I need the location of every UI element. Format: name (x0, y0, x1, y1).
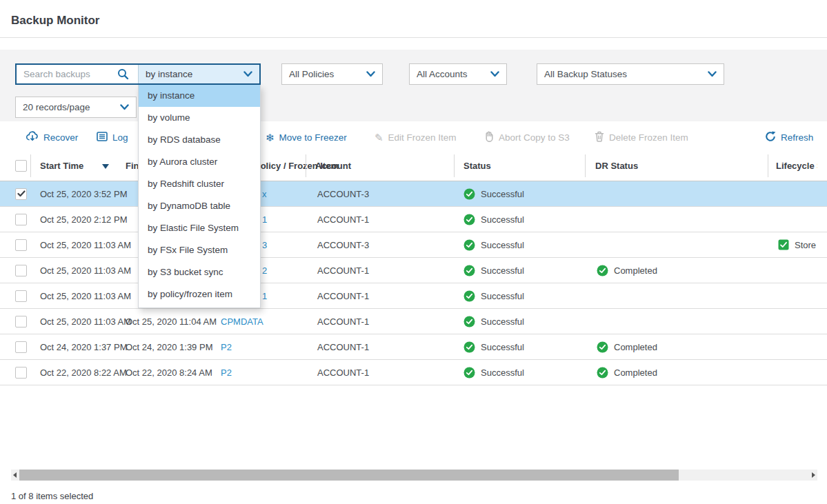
records-per-page-select[interactable]: 20 records/page (15, 97, 137, 118)
log-button[interactable]: Log (97, 130, 128, 145)
column-start-time[interactable]: Start Time (40, 161, 83, 171)
cell-status: Successful (464, 181, 524, 206)
dr-status-text: Completed (614, 367, 657, 378)
cell-dr-status: Completed (597, 334, 657, 359)
row-checkbox-cell (15, 360, 27, 385)
search-by-option-by-policy-frozen-item[interactable]: by policy/frozen item (139, 283, 260, 305)
cell-start-time: Oct 22, 2020 8:22 AM (40, 360, 127, 385)
search-by-option-by-s3-bucket-sync[interactable]: by S3 bucket sync (139, 261, 260, 283)
backup-monitor-screen: Backup Monitor by instance All Policies … (0, 0, 827, 504)
row-checkbox[interactable] (15, 265, 27, 276)
column-status[interactable]: Status (464, 161, 491, 171)
search-by-option-by-aurora-cluster[interactable]: by Aurora cluster (139, 151, 260, 173)
search-by-option-by-fsx-file-system[interactable]: by FSx File System (139, 239, 260, 261)
delete-frozen-item-button[interactable]: Delete Frozen Item (595, 130, 688, 145)
status-text: Successful (481, 265, 524, 276)
dr-status-text: Completed (614, 342, 657, 352)
cell-status: Successful (464, 207, 524, 232)
scrollbar-thumb[interactable] (19, 470, 679, 481)
dr-status-text: Completed (614, 265, 657, 276)
search-by-option-by-instance[interactable]: by instance (139, 85, 260, 107)
cell-status: Successful (464, 309, 524, 334)
column-divider (585, 154, 586, 177)
delete-frozen-item-label: Delete Frozen Item (609, 132, 688, 143)
abort-copy-to-s3-button[interactable]: Abort Copy to S3 (484, 130, 570, 145)
cell-account: ACCOUNT-3 (317, 232, 369, 257)
cell-account: ACCOUNT-1 (317, 334, 369, 359)
sort-descending-icon[interactable] (102, 164, 109, 169)
search-by-option-by-elastic-file-system[interactable]: by Elastic File System (139, 217, 260, 239)
search-by-option-by-dynamodb-table[interactable]: by DynamoDB table (139, 195, 260, 217)
row-checkbox-cell (15, 283, 27, 308)
row-checkbox[interactable] (15, 341, 27, 353)
log-list-icon (97, 132, 108, 143)
policy-link[interactable]: 2 (262, 258, 267, 283)
refresh-icon (765, 131, 776, 144)
backup-statuses-value: All Backup Statuses (544, 69, 627, 79)
status-text: Successful (481, 367, 524, 378)
check-square-icon (778, 239, 789, 250)
column-divider (454, 154, 455, 177)
recover-label: Recover (43, 132, 78, 143)
check-circle-icon (464, 316, 475, 327)
recover-button[interactable]: Recover (26, 130, 78, 145)
search-by-select[interactable]: by instance (138, 65, 259, 83)
row-checkbox[interactable] (15, 239, 27, 251)
column-account[interactable]: Account (315, 161, 351, 171)
policy-link[interactable]: CPMDATA (221, 309, 263, 334)
table-row[interactable]: Oct 25, 2020 11:03 AM1ACCOUNT-1Successfu… (0, 283, 827, 309)
policy-link[interactable]: 1 (262, 283, 267, 308)
check-circle-icon (464, 188, 475, 200)
chevron-down-icon (120, 102, 129, 112)
search-by-option-by-volume[interactable]: by volume (139, 107, 260, 129)
check-circle-icon (464, 214, 475, 225)
cell-start-time: Oct 25, 2020 11:03 AM (40, 309, 131, 334)
refresh-button[interactable]: Refresh (765, 130, 813, 145)
cell-start-time: Oct 25, 2020 11:03 AM (40, 232, 131, 257)
scroll-right-arrow-icon[interactable] (812, 472, 815, 478)
search-combo: by instance (15, 63, 261, 85)
search-by-option-by-rds-database[interactable]: by RDS database (139, 129, 260, 151)
cell-account: ACCOUNT-1 (317, 283, 369, 308)
policy-link[interactable]: P2 (221, 334, 232, 359)
select-all-checkbox[interactable] (15, 160, 27, 172)
status-text: Successful (481, 240, 524, 250)
policy-link[interactable]: 1 (262, 207, 267, 232)
page-title: Backup Monitor (11, 14, 99, 28)
horizontal-scrollbar[interactable] (11, 470, 817, 481)
table-row[interactable]: Oct 25, 2020 3:52 PMxACCOUNT-3Successful (0, 181, 827, 207)
search-by-option-by-redshift-cluster[interactable]: by Redshift cluster (139, 173, 260, 195)
move-to-freezer-button[interactable]: ❄ Move to Freezer (266, 130, 347, 145)
table-row[interactable]: Oct 24, 2020 1:37 PMOct 24, 2020 1:39 PM… (0, 334, 827, 360)
policy-link[interactable]: 3 (262, 232, 267, 257)
table-header: Start Time Finish Time Policy / Frozen I… (0, 150, 827, 181)
policy-link[interactable]: x (262, 181, 267, 206)
scroll-left-arrow-icon[interactable] (13, 472, 17, 478)
cell-status: Successful (464, 232, 524, 257)
table-row[interactable]: Oct 25, 2020 2:12 PM1ACCOUNT-1Successful (0, 207, 827, 232)
table-row[interactable]: Oct 22, 2020 8:22 AMOct 22, 2020 8:24 AM… (0, 360, 827, 385)
row-checkbox[interactable] (15, 188, 27, 200)
cell-status: Successful (464, 283, 524, 308)
cell-finish-time: Oct 25, 2020 11:04 AM (126, 309, 217, 334)
cell-dr-status: Completed (597, 360, 657, 385)
table-row[interactable]: Oct 25, 2020 11:03 AMOct 25, 2020 11:04 … (0, 309, 827, 334)
column-lifecycle-status[interactable]: Lifecycle S (776, 161, 817, 171)
row-checkbox[interactable] (15, 367, 27, 379)
table-row[interactable]: Oct 25, 2020 11:03 AM2ACCOUNT-1Successfu… (0, 258, 827, 283)
row-checkbox[interactable] (15, 214, 27, 225)
search-icon[interactable] (117, 68, 129, 83)
check-circle-icon (597, 341, 608, 353)
column-dr-status[interactable]: DR Status (595, 161, 638, 171)
policies-select[interactable]: All Policies (281, 63, 383, 85)
backup-statuses-select[interactable]: All Backup Statuses (537, 63, 724, 85)
search-by-value: by instance (146, 69, 192, 79)
row-checkbox[interactable] (15, 290, 27, 302)
table-row[interactable]: Oct 25, 2020 11:03 AM3ACCOUNT-3Successfu… (0, 232, 827, 258)
check-circle-icon (464, 367, 475, 379)
accounts-select[interactable]: All Accounts (409, 63, 507, 85)
row-checkbox[interactable] (15, 316, 27, 327)
policy-link[interactable]: P2 (221, 360, 232, 385)
edit-frozen-item-button[interactable]: ✎ Edit Frozen Item (375, 130, 457, 145)
cell-status: Successful (464, 258, 524, 283)
